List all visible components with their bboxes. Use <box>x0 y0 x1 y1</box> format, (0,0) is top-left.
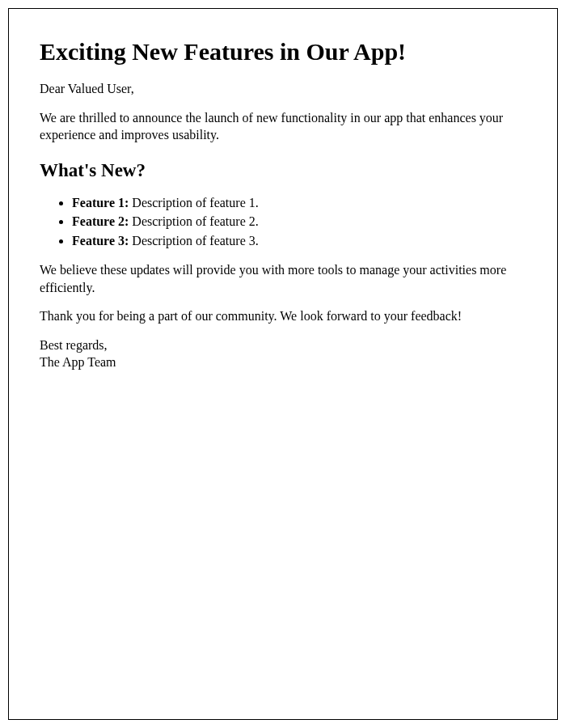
signoff-label: Best regards, <box>40 336 526 354</box>
list-item: Feature 1: Description of feature 1. <box>72 194 526 212</box>
signoff: Best regards, The App Team <box>40 336 526 371</box>
feature-desc: Description of feature 3. <box>129 234 258 248</box>
feature-label: Feature 2: <box>72 214 129 228</box>
section-heading: What's New? <box>40 160 526 181</box>
thanks-paragraph: Thank you for being a part of our commun… <box>40 307 526 325</box>
intro-paragraph: We are thrilled to announce the launch o… <box>40 109 526 144</box>
greeting: Dear Valued User, <box>40 80 526 98</box>
feature-label: Feature 3: <box>72 234 129 248</box>
page-title: Exciting New Features in Our App! <box>40 38 526 66</box>
list-item: Feature 3: Description of feature 3. <box>72 232 526 250</box>
belief-paragraph: We believe these updates will provide yo… <box>40 261 526 296</box>
feature-desc: Description of feature 2. <box>129 214 258 228</box>
feature-label: Feature 1: <box>72 196 129 210</box>
signoff-name: The App Team <box>40 355 116 369</box>
feature-list: Feature 1: Description of feature 1. Fea… <box>40 194 526 250</box>
document-page: Exciting New Features in Our App! Dear V… <box>8 8 558 720</box>
feature-desc: Description of feature 1. <box>129 196 258 210</box>
list-item: Feature 2: Description of feature 2. <box>72 213 526 231</box>
